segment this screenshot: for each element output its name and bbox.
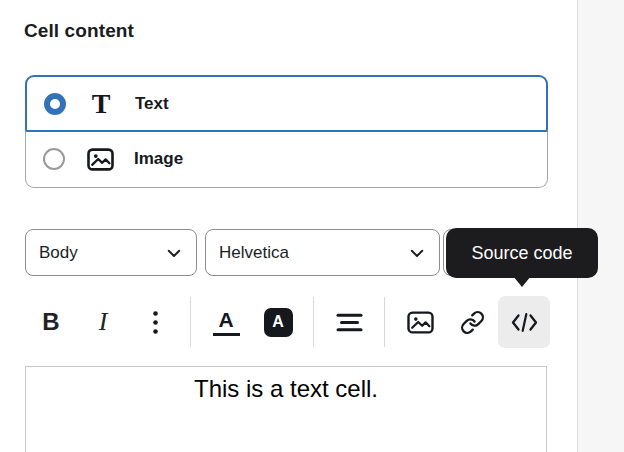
insert-image-button[interactable] <box>394 296 446 348</box>
cell-type-option-text[interactable]: T Text <box>25 75 548 132</box>
italic-icon: I <box>99 307 108 337</box>
text-cell-editor[interactable]: This is a text cell. <box>25 366 547 452</box>
block-style-value: Body <box>39 243 78 263</box>
background-color-icon: A <box>264 308 293 337</box>
font-family-select[interactable]: Helvetica <box>205 229 440 276</box>
cell-type-option-image[interactable]: Image <box>25 131 548 188</box>
cell-type-label-text: Text <box>135 94 169 114</box>
insert-link-button[interactable] <box>446 296 498 348</box>
chevron-down-icon <box>165 244 183 262</box>
image-icon <box>86 148 114 171</box>
page-title: Cell content <box>24 20 134 42</box>
text-icon: T <box>87 90 115 118</box>
bold-button[interactable]: B <box>25 296 77 348</box>
font-family-value: Helvetica <box>219 243 289 263</box>
radio-unselected-icon <box>43 148 65 170</box>
cell-type-label-image: Image <box>134 149 183 169</box>
formatting-toolbar: B I A A <box>25 296 550 348</box>
more-options-button[interactable] <box>129 296 181 348</box>
align-center-icon <box>336 312 363 333</box>
radio-selected-icon <box>44 93 66 115</box>
background-color-button[interactable]: A <box>252 296 304 348</box>
canvas-rail <box>577 0 624 452</box>
insert-image-icon <box>407 311 434 334</box>
link-icon <box>460 310 485 335</box>
block-style-select[interactable]: Body <box>25 229 197 276</box>
toolbar-separator <box>384 297 385 347</box>
toolbar-separator <box>190 297 191 347</box>
chevron-down-icon <box>408 244 426 262</box>
vertical-ellipsis-icon <box>152 310 159 335</box>
tooltip-label: Source code <box>471 243 572 264</box>
source-code-icon <box>511 312 538 333</box>
toolbar-separator <box>313 297 314 347</box>
tooltip-caret <box>513 276 531 287</box>
italic-button[interactable]: I <box>77 296 129 348</box>
cell-type-radio-group: T Text Image <box>25 75 548 188</box>
source-code-button[interactable] <box>498 296 550 348</box>
bold-icon: B <box>42 308 59 336</box>
source-code-tooltip: Source code <box>446 228 598 278</box>
text-color-button[interactable]: A <box>200 296 252 348</box>
editor-text: This is a text cell. <box>26 372 546 406</box>
align-center-button[interactable] <box>323 296 375 348</box>
text-color-icon: A <box>213 309 240 336</box>
